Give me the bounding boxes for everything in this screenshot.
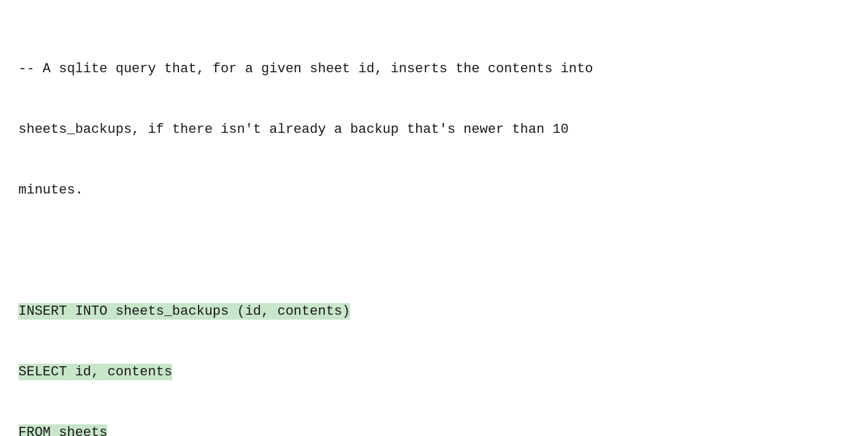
sql-highlight-3: FROM sheets bbox=[18, 424, 107, 436]
comment-line-1: -- A sqlite query that, for a given shee… bbox=[18, 59, 850, 79]
sql-line-2: SELECT id, contents bbox=[18, 362, 850, 382]
sql-highlight-1: INSERT INTO sheets_backups (id, contents… bbox=[18, 303, 350, 320]
sql-line-3: FROM sheets bbox=[18, 423, 850, 436]
sql-highlight-2: SELECT id, contents bbox=[18, 364, 172, 380]
comment-line-3: minutes. bbox=[18, 180, 850, 200]
empty-line-1 bbox=[18, 241, 850, 261]
sql-line-1: INSERT INTO sheets_backups (id, contents… bbox=[18, 301, 850, 321]
comment-line-2: sheets_backups, if there isn't already a… bbox=[18, 119, 850, 140]
code-block: -- A sqlite query that, for a given shee… bbox=[18, 18, 850, 436]
